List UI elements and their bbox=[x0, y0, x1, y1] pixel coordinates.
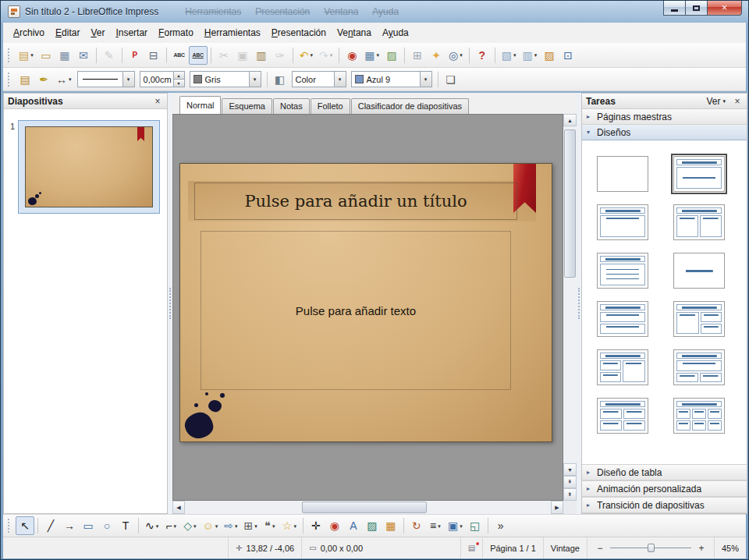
shadow-button[interactable]: ❏ bbox=[442, 70, 460, 89]
scroll-up-icon[interactable]: ▲ bbox=[563, 114, 577, 126]
slides-panel-close-icon[interactable] bbox=[152, 96, 163, 107]
fill-type-dropdown-icon[interactable] bbox=[334, 72, 346, 87]
scroll-down-icon[interactable]: ▼ bbox=[563, 463, 577, 476]
slide-edit-area[interactable]: Pulse para añadir un título Pulse para a… bbox=[179, 163, 552, 442]
line-style-dropdown-icon[interactable] bbox=[122, 72, 134, 87]
ellipse-tool-button[interactable]: ○ bbox=[98, 516, 116, 535]
flowchart-button[interactable]: ⊞ bbox=[241, 516, 261, 535]
clone-formatting-button[interactable]: ✑ bbox=[271, 46, 289, 65]
layout-centered-text[interactable] bbox=[673, 253, 725, 289]
edit-file-button[interactable]: ✎ bbox=[100, 46, 119, 65]
layout-content-left-split[interactable] bbox=[597, 349, 648, 385]
body-placeholder[interactable]: Pulse para añadir texto bbox=[201, 231, 511, 390]
zoom-slider-thumb[interactable] bbox=[648, 544, 655, 552]
zoom-percentage[interactable]: 45% bbox=[722, 544, 739, 553]
stars-banners-button[interactable]: ☆ bbox=[279, 516, 300, 535]
menu-editar[interactable]: Editar bbox=[50, 23, 85, 42]
zoom-out-icon[interactable]: − bbox=[595, 543, 605, 554]
autospellcheck-button[interactable]: ABC bbox=[189, 46, 208, 65]
new-document-button[interactable]: ▤ bbox=[16, 46, 37, 65]
toolbar-grip[interactable] bbox=[8, 73, 12, 87]
open-button[interactable]: ▭ bbox=[37, 46, 55, 65]
minimize-button[interactable] bbox=[663, 1, 686, 16]
layout-six-content[interactable] bbox=[673, 398, 725, 434]
gallery-button[interactable]: ▦ bbox=[382, 516, 400, 535]
tasks-view-menu[interactable]: Ver bbox=[706, 96, 726, 107]
fontwork-button[interactable]: A bbox=[344, 516, 363, 535]
close-button[interactable]: × bbox=[707, 1, 742, 16]
copy-button[interactable]: ▣ bbox=[233, 46, 252, 65]
basic-shapes-button[interactable]: ◇ bbox=[180, 516, 199, 535]
menu-archivo[interactable]: Archivo bbox=[8, 23, 50, 42]
slide-layout-button[interactable]: ▥ bbox=[519, 46, 540, 65]
next-slide-icon[interactable]: ⇟ bbox=[563, 488, 577, 501]
tab-notas[interactable]: Notas bbox=[273, 98, 310, 114]
horizontal-scrollbar[interactable]: ◀ ▶ bbox=[172, 501, 563, 514]
section-slide-transition[interactable]: ▸ Transición de diapositivas bbox=[582, 497, 747, 513]
zoom-slider[interactable] bbox=[610, 544, 691, 552]
tab-clasificador[interactable]: Clasificador de diapositivas bbox=[351, 98, 469, 114]
tab-folleto[interactable]: Folleto bbox=[311, 98, 350, 114]
insert-table-button[interactable]: ▦ bbox=[361, 46, 382, 65]
line-tool-button[interactable]: ╱ bbox=[41, 516, 60, 535]
line-width-value[interactable]: 0,00cm bbox=[140, 75, 173, 84]
toolbar-grip[interactable] bbox=[8, 48, 12, 62]
scroll-right-icon[interactable]: ▶ bbox=[551, 501, 563, 514]
hyperlink-button[interactable]: ◉ bbox=[343, 46, 361, 65]
zoom-in-icon[interactable]: + bbox=[697, 543, 706, 554]
curve-tool-button[interactable]: ∿ bbox=[142, 516, 162, 535]
glue-points-button[interactable]: ◉ bbox=[325, 516, 344, 535]
toolbar-grip[interactable] bbox=[8, 519, 12, 533]
symbol-shap es-button[interactable]: ☺ bbox=[200, 516, 222, 535]
area-dialog-button[interactable]: ◧ bbox=[271, 70, 289, 89]
vertical-scroll-thumb[interactable] bbox=[564, 129, 576, 278]
tab-esquema[interactable]: Esquema bbox=[222, 98, 272, 114]
insert-from-file-button[interactable]: ▨ bbox=[363, 516, 382, 535]
menu-herramientas[interactable]: Herramientas bbox=[199, 23, 266, 42]
connector-tool-button[interactable]: ⌐ bbox=[162, 516, 180, 535]
vertical-scroll-track[interactable] bbox=[563, 126, 577, 463]
layout-title-outline[interactable] bbox=[597, 253, 648, 289]
layout-content-right-split[interactable] bbox=[673, 301, 725, 337]
block-arrows-button[interactable]: ⇨ bbox=[221, 516, 240, 535]
fill-type-value[interactable]: Color bbox=[293, 75, 334, 84]
cut-button[interactable]: ✂ bbox=[215, 46, 233, 65]
section-layouts[interactable]: ▾ Diseños bbox=[582, 125, 747, 140]
slide-thumbnail-preview[interactable] bbox=[25, 126, 153, 207]
line-style-combobox[interactable] bbox=[77, 71, 135, 87]
line-dialog-button[interactable]: ✒ bbox=[34, 70, 53, 89]
export-pdf-button[interactable]: P bbox=[126, 46, 144, 65]
callouts-button[interactable]: ❝ bbox=[261, 516, 279, 535]
rectangle-tool-button[interactable]: ▭ bbox=[79, 516, 98, 535]
rotate-button[interactable]: ↻ bbox=[407, 516, 426, 535]
layout-title-one-content[interactable] bbox=[597, 204, 648, 240]
paste-button[interactable]: ▥ bbox=[252, 46, 271, 65]
maximize-button[interactable] bbox=[685, 1, 708, 16]
line-color-combobox[interactable]: Gris bbox=[190, 71, 261, 87]
save-button[interactable]: ▦ bbox=[55, 46, 74, 65]
previous-slide-icon[interactable]: ⇞ bbox=[563, 476, 577, 488]
section-table-design[interactable]: ▸ Diseño de tabla bbox=[582, 464, 747, 480]
styles-button[interactable]: ▤ bbox=[16, 70, 34, 89]
fill-color-dropdown-icon[interactable] bbox=[420, 72, 431, 87]
new-slide-button[interactable]: ▧ bbox=[499, 46, 520, 65]
tab-normal[interactable]: Normal bbox=[179, 96, 221, 114]
email-button[interactable]: ✉ bbox=[74, 46, 93, 65]
layout-four-content[interactable] bbox=[597, 398, 648, 434]
extrusion-button[interactable]: ◱ bbox=[466, 516, 485, 535]
spin-down-icon[interactable] bbox=[174, 79, 184, 87]
text-tool-button[interactable]: T bbox=[116, 516, 135, 535]
navigator-button[interactable]: ✦ bbox=[427, 46, 445, 65]
spin-up-icon[interactable] bbox=[174, 72, 184, 79]
layout-title-content[interactable] bbox=[673, 156, 725, 192]
toolbar-overflow-icon[interactable]: » bbox=[492, 516, 510, 535]
template-name[interactable]: Vintage bbox=[551, 544, 580, 553]
fill-color-combobox[interactable]: Azul 9 bbox=[351, 71, 432, 87]
vertical-scrollbar[interactable]: ▲ ▼ ⇞ ⇟ bbox=[563, 114, 577, 501]
arrange-button[interactable]: ▣ bbox=[445, 516, 466, 535]
insert-image-button[interactable]: ▨ bbox=[382, 46, 401, 65]
scroll-left-icon[interactable]: ◀ bbox=[172, 501, 185, 514]
help-button[interactable]: ? bbox=[473, 46, 492, 65]
line-width-spinbox[interactable]: 0,00cm bbox=[140, 71, 185, 87]
gallery-button[interactable]: ▨ bbox=[540, 46, 559, 65]
